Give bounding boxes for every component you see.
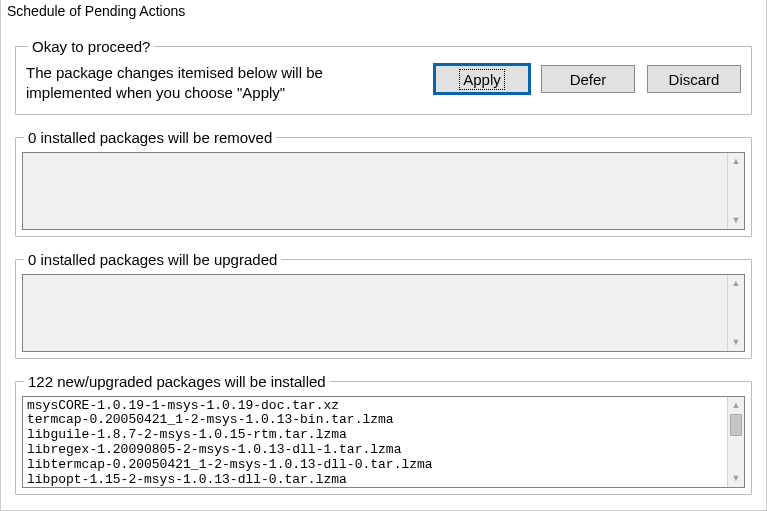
scroll-up-icon[interactable]: ▲ [728,397,744,414]
scrollbar[interactable]: ▲ ▼ [727,153,744,229]
scroll-track[interactable] [728,170,744,212]
upgraded-legend: 0 installed packages will be upgraded [24,251,281,268]
upgraded-list-area[interactable] [23,275,727,351]
removed-legend: 0 installed packages will be removed [24,129,276,146]
scroll-down-icon[interactable]: ▼ [728,212,744,229]
upgraded-list: ▲ ▼ [22,274,745,352]
scrollbar[interactable]: ▲ ▼ [727,397,744,487]
installed-list: msysCORE-1.0.19-1-msys-1.0.19-doc.tar.xz… [22,396,745,488]
dialog-window: Schedule of Pending Actions Okay to proc… [0,0,767,511]
scroll-up-icon[interactable]: ▲ [728,153,744,170]
dialog-content: Okay to proceed? The package changes ite… [1,38,766,505]
scroll-up-icon[interactable]: ▲ [728,275,744,292]
installed-legend: 122 new/upgraded packages will be instal… [24,373,330,390]
proceed-group: Okay to proceed? The package changes ite… [15,38,752,115]
removed-list: ▲ ▼ [22,152,745,230]
discard-button[interactable]: Discard [647,65,741,93]
installed-group: 122 new/upgraded packages will be instal… [15,373,752,495]
removed-list-area[interactable] [23,153,727,229]
proceed-text: The package changes itemised below will … [26,63,406,104]
scrollbar[interactable]: ▲ ▼ [727,275,744,351]
scroll-thumb[interactable] [730,414,742,436]
window-title: Schedule of Pending Actions [1,0,766,24]
scroll-track[interactable] [728,414,744,470]
scroll-down-icon[interactable]: ▼ [728,334,744,351]
defer-button[interactable]: Defer [541,65,635,93]
removed-group: 0 installed packages will be removed ▲ ▼ [15,129,752,237]
apply-button[interactable]: Apply [435,65,529,93]
proceed-legend: Okay to proceed? [28,38,154,55]
button-row: Apply Defer Discard [435,63,741,93]
scroll-down-icon[interactable]: ▼ [728,470,744,487]
proceed-row: The package changes itemised below will … [26,63,741,104]
upgraded-group: 0 installed packages will be upgraded ▲ … [15,251,752,359]
scroll-track[interactable] [728,292,744,334]
installed-list-area[interactable]: msysCORE-1.0.19-1-msys-1.0.19-doc.tar.xz… [23,397,727,487]
